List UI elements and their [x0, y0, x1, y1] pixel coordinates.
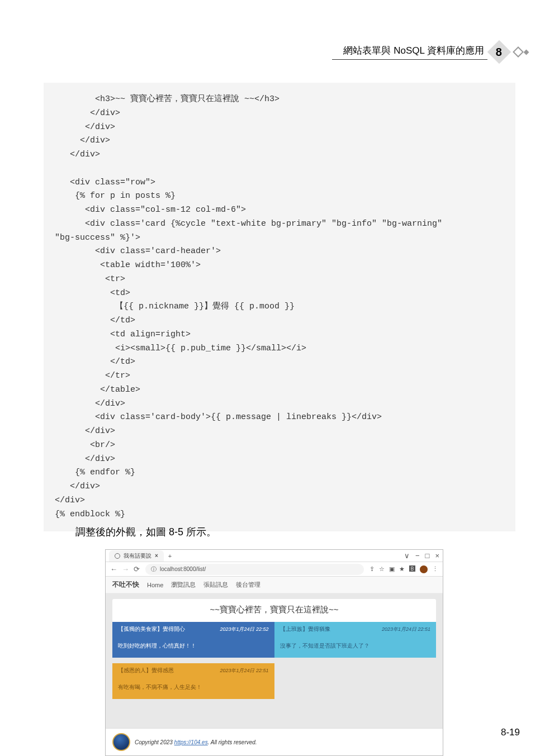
globe-icon	[115, 553, 120, 559]
menu-icon[interactable]: ⋮	[432, 565, 438, 573]
post-card: 【上班族】覺得猶豫 2023年1月24日 22:51 沒事了，不知道是否該下班走…	[274, 622, 437, 658]
page-content: ~~寶寶心裡苦，寶寶只在這裡說~~ 【孤獨的美食家】覺得開心 2023年1月24…	[106, 593, 443, 732]
forward-icon[interactable]: →	[122, 565, 129, 573]
minimize-icon[interactable]: −	[415, 551, 420, 560]
nav-admin[interactable]: 後台管理	[236, 581, 260, 589]
copyright-text: Copyright 2023 https://104.es. All right…	[135, 739, 257, 745]
post-card: 【感恩的人】覺得感恩 2023年1月24日 22:51 有吃有喝，不病不痛，人生…	[112, 663, 274, 699]
post-title: 【孤獨的美食家】覺得開心	[118, 625, 185, 633]
url-input[interactable]: ⓘ localhost:8000/list/	[145, 564, 364, 575]
chapter-title: 網站表單與 NoSQL 資料庫的應用	[332, 44, 487, 60]
site-footer: Copyright 2023 https://104.es. All right…	[106, 728, 443, 755]
url-text: localhost:8000/list/	[160, 566, 206, 572]
info-icon: ⓘ	[151, 565, 157, 573]
post-time: 2023年1月24日 22:51	[382, 626, 430, 633]
share-icon[interactable]: ⇪	[369, 565, 375, 573]
post-title: 【感恩的人】覺得感恩	[118, 667, 174, 674]
footer-link[interactable]: https://104.es	[174, 739, 208, 745]
tab-title: 我有話要說	[124, 552, 151, 560]
nav-post[interactable]: 張貼訊息	[203, 581, 228, 589]
site-navbar: 不吐不快 Home 瀏覽訊息 張貼訊息 後台管理	[106, 577, 443, 593]
browser-addressbar: ← → ⟳ ⓘ localhost:8000/list/ ⇪ ☆ ▣ ★ 🅱 ⋮	[106, 562, 443, 577]
post-time: 2023年1月24日 22:51	[220, 667, 268, 674]
avatar-icon[interactable]	[420, 565, 428, 573]
post-message: 沒事了，不知道是否該下班走人了？	[274, 636, 437, 658]
nav-browse[interactable]: 瀏覽訊息	[171, 581, 196, 589]
posts-grid: 【孤獨的美食家】覺得開心 2023年1月24日 22:52 吃到好吃的料理，心情…	[112, 622, 436, 699]
diamond-outline-icon	[513, 46, 524, 58]
site-brand[interactable]: 不吐不快	[112, 580, 139, 589]
post-message: 有吃有喝，不病不痛，人生足矣！	[112, 678, 274, 699]
chapter-number-badge: 8	[487, 40, 511, 64]
close-tab-icon[interactable]: ×	[155, 553, 158, 559]
extension2-icon[interactable]: ★	[399, 565, 405, 573]
header-decoration	[514, 48, 528, 56]
bookmark-icon[interactable]: 🅱	[409, 565, 415, 573]
code-listing: <h3>~~ 寶寶心裡苦，寶寶只在這裡說 ~~</h3> </div> </di…	[44, 83, 515, 531]
new-tab-button[interactable]: +	[168, 553, 172, 559]
nav-home[interactable]: Home	[147, 582, 163, 588]
paragraph-text: 調整後的外觀，如圖 8-5 所示。	[75, 525, 216, 539]
browser-titlebar: 我有話要說 × + ∨ − □ ×	[106, 550, 443, 562]
post-time: 2023年1月24日 22:52	[220, 626, 268, 633]
browser-screenshot: 我有話要說 × + ∨ − □ × ← → ⟳ ⓘ localhost:8000…	[105, 549, 443, 756]
footer-logo-icon	[112, 733, 130, 751]
page-header: 網站表單與 NoSQL 資料庫的應用 8	[332, 44, 528, 60]
post-title: 【上班族】覺得猶豫	[280, 625, 330, 633]
browser-tab[interactable]: 我有話要說 ×	[109, 550, 164, 562]
extension1-icon[interactable]: ▣	[389, 565, 395, 573]
reload-icon[interactable]: ⟳	[134, 565, 140, 573]
post-message: 吃到好吃的料理，心情真好！！	[112, 636, 274, 658]
post-card: 【孤獨的美食家】覺得開心 2023年1月24日 22:52 吃到好吃的料理，心情…	[112, 622, 274, 658]
maximize-icon[interactable]: □	[425, 551, 430, 560]
chevron-down-icon[interactable]: ∨	[404, 551, 410, 560]
back-icon[interactable]: ←	[110, 565, 117, 573]
hero-heading: ~~寶寶心裡苦，寶寶只在這裡說~~	[112, 599, 436, 622]
close-window-icon[interactable]: ×	[435, 551, 439, 560]
diamond-solid-icon	[524, 49, 529, 55]
star-icon[interactable]: ☆	[379, 565, 385, 573]
page-number: 8-19	[501, 727, 520, 738]
